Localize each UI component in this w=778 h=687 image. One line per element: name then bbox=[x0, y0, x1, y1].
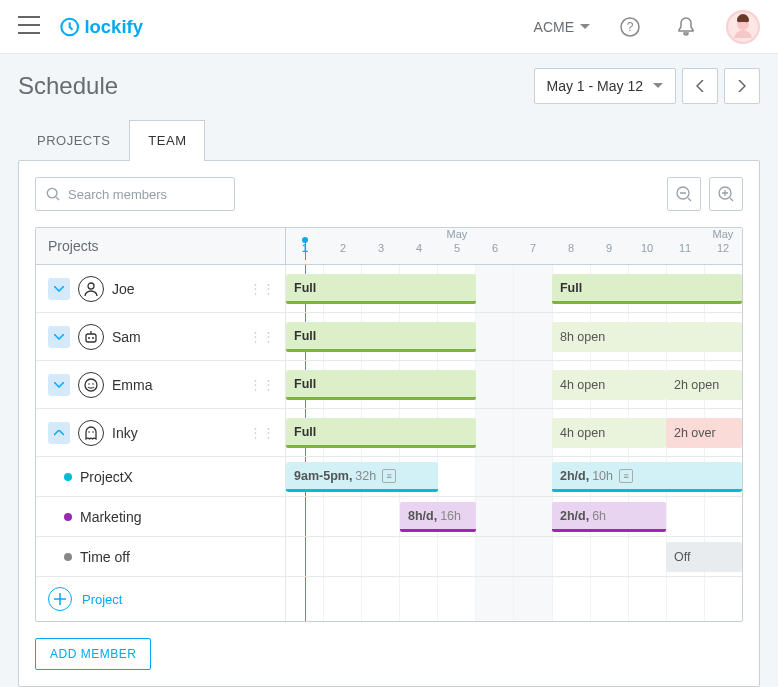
day-3[interactable]: 3 bbox=[362, 240, 400, 260]
page-header: Schedule May 1 - May 12 bbox=[18, 68, 760, 104]
workspace-dropdown[interactable]: ACME bbox=[534, 19, 590, 35]
month-label: May bbox=[438, 228, 476, 240]
user-icon bbox=[78, 276, 104, 302]
next-range-button[interactable] bbox=[724, 68, 760, 104]
bar-over[interactable]: 2h over bbox=[666, 418, 742, 448]
drag-handle[interactable]: ⋮⋮ bbox=[249, 425, 275, 440]
project-color-dot bbox=[64, 513, 72, 521]
day-12[interactable]: 12 bbox=[704, 240, 742, 260]
bar-open[interactable]: 4h open bbox=[552, 370, 666, 400]
notifications-button[interactable] bbox=[670, 11, 702, 43]
member-row: Inky ⋮⋮ Full 4h open 2h over bbox=[36, 409, 742, 457]
expand-toggle[interactable] bbox=[48, 326, 70, 348]
search-input[interactable] bbox=[68, 187, 224, 202]
tab-team[interactable]: TEAM bbox=[129, 120, 205, 161]
chevron-left-icon bbox=[696, 80, 704, 92]
chevron-up-icon bbox=[54, 430, 64, 436]
svg-point-16 bbox=[88, 431, 90, 433]
grid-header-left: Projects bbox=[36, 228, 286, 264]
drag-handle[interactable]: ⋮⋮ bbox=[249, 281, 275, 296]
member-row: Emma ⋮⋮ Full 4h open 2h open bbox=[36, 361, 742, 409]
svg-rect-10 bbox=[86, 334, 96, 342]
prev-range-button[interactable] bbox=[682, 68, 718, 104]
zoom-in-button[interactable] bbox=[709, 177, 743, 211]
bar-full[interactable]: Full bbox=[286, 418, 476, 448]
day-2[interactable]: 2 bbox=[324, 240, 362, 260]
day-7[interactable]: 7 bbox=[514, 240, 552, 260]
ghost-icon bbox=[78, 420, 104, 446]
day-10[interactable]: 10 bbox=[628, 240, 666, 260]
bar-full[interactable]: Full bbox=[286, 370, 476, 400]
day-5[interactable]: 5 bbox=[438, 240, 476, 260]
schedule-grid: Projects May May 1 2 3 4 5 6 bbox=[35, 227, 743, 622]
project-color-dot bbox=[64, 473, 72, 481]
menu-icon[interactable] bbox=[18, 16, 40, 38]
svg-text:?: ? bbox=[627, 20, 634, 34]
svg-point-13 bbox=[85, 379, 97, 391]
chevron-right-icon bbox=[738, 80, 746, 92]
search-icon bbox=[46, 186, 60, 202]
month-label: May bbox=[704, 228, 742, 240]
add-project-button[interactable]: Project bbox=[36, 577, 286, 621]
date-range-label: May 1 - May 12 bbox=[547, 78, 643, 94]
bar-open[interactable]: 4h open bbox=[552, 418, 666, 448]
bar-full[interactable]: Full bbox=[286, 322, 476, 352]
bar-open[interactable]: 8h open bbox=[552, 322, 742, 352]
tabs: PROJECTS TEAM bbox=[18, 120, 760, 161]
day-8[interactable]: 8 bbox=[552, 240, 590, 260]
robot-icon bbox=[78, 324, 104, 350]
bar-projectx[interactable]: 9am-5pm, 32h ≡ bbox=[286, 462, 438, 492]
svg-point-9 bbox=[88, 283, 94, 289]
bar-full[interactable]: Full bbox=[552, 274, 742, 304]
drag-handle[interactable]: ⋮⋮ bbox=[249, 377, 275, 392]
caret-down-icon bbox=[653, 83, 663, 89]
expand-toggle[interactable] bbox=[48, 278, 70, 300]
drag-handle[interactable]: ⋮⋮ bbox=[249, 329, 275, 344]
tab-projects[interactable]: PROJECTS bbox=[18, 120, 129, 161]
chevron-down-icon bbox=[54, 382, 64, 388]
day-6[interactable]: 6 bbox=[476, 240, 514, 260]
avatar[interactable] bbox=[726, 10, 760, 44]
add-project-row: Project bbox=[36, 577, 742, 621]
svg-text:lockify: lockify bbox=[84, 15, 143, 36]
day-9[interactable]: 9 bbox=[590, 240, 628, 260]
member-row: Sam ⋮⋮ Full 8h open bbox=[36, 313, 742, 361]
schedule-panel: Projects May May 1 2 3 4 5 6 bbox=[18, 160, 760, 687]
day-11[interactable]: 11 bbox=[666, 240, 704, 260]
workspace-label: ACME bbox=[534, 19, 574, 35]
page-title: Schedule bbox=[18, 72, 118, 100]
plus-icon bbox=[48, 587, 72, 611]
project-row: Marketing 8h/d, 16h 2h/d, 6h bbox=[36, 497, 742, 537]
logo[interactable]: lockify bbox=[54, 15, 174, 39]
add-member-button[interactable]: ADD MEMBER bbox=[35, 638, 151, 670]
zoom-out-button[interactable] bbox=[667, 177, 701, 211]
date-range-picker[interactable]: May 1 - May 12 bbox=[534, 68, 676, 104]
help-button[interactable]: ? bbox=[614, 11, 646, 43]
svg-point-15 bbox=[92, 383, 94, 385]
topbar: lockify ACME ? bbox=[0, 0, 778, 54]
chevron-down-icon bbox=[54, 286, 64, 292]
bar-marketing[interactable]: 2h/d, 6h bbox=[552, 502, 666, 532]
project-row: Time off Off bbox=[36, 537, 742, 577]
member-row: Joe ⋮⋮ Full Full bbox=[36, 265, 742, 313]
project-name: Time off bbox=[80, 549, 273, 565]
bar-timeoff[interactable]: Off bbox=[666, 542, 742, 572]
expand-toggle[interactable] bbox=[48, 374, 70, 396]
project-color-dot bbox=[64, 553, 72, 561]
project-name: ProjectX bbox=[80, 469, 273, 485]
bar-open[interactable]: 2h open bbox=[666, 370, 742, 400]
zoom-out-icon bbox=[675, 185, 693, 203]
note-icon[interactable]: ≡ bbox=[382, 469, 396, 483]
search-members[interactable] bbox=[35, 177, 235, 211]
zoom-in-icon bbox=[717, 185, 735, 203]
day-4[interactable]: 4 bbox=[400, 240, 438, 260]
collapse-toggle[interactable] bbox=[48, 422, 70, 444]
add-project-label: Project bbox=[82, 592, 122, 607]
caret-down-icon bbox=[580, 24, 590, 30]
svg-point-17 bbox=[92, 431, 94, 433]
bar-full[interactable]: Full bbox=[286, 274, 476, 304]
svg-point-12 bbox=[92, 337, 94, 339]
bar-marketing[interactable]: 8h/d, 16h bbox=[400, 502, 476, 532]
bar-projectx[interactable]: 2h/d, 10h ≡ bbox=[552, 462, 742, 492]
note-icon[interactable]: ≡ bbox=[619, 469, 633, 483]
